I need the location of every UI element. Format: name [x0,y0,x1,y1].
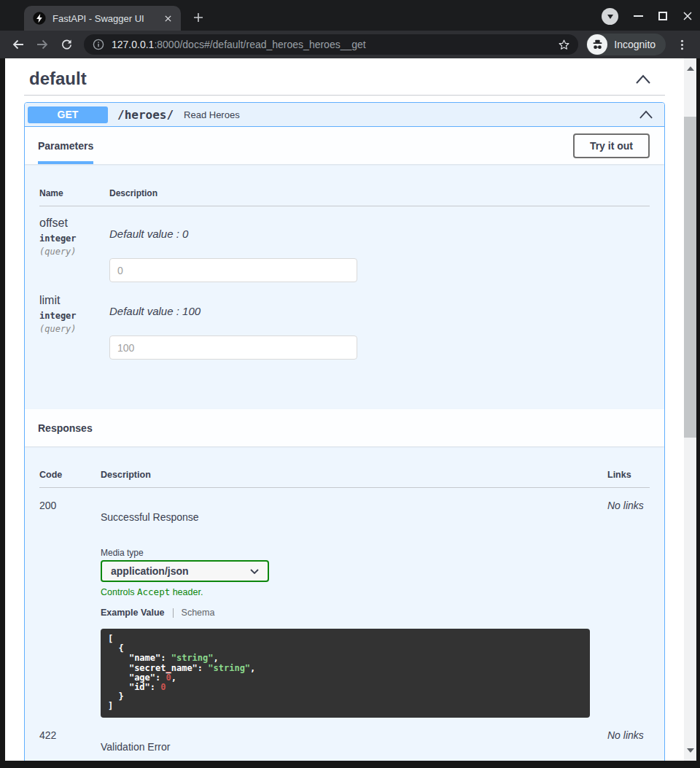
maximize-button[interactable] [658,12,667,20]
response-description: Validation Error [101,741,607,753]
url-host: 127.0.0.1 [112,39,154,50]
chevron-down-icon [250,569,259,574]
responses-table: Code Description Links 200 Successful Re… [25,446,664,761]
browser-toolbar: 127.0.0.1:8000/docs#/default/read_heroes… [0,31,700,58]
column-header-code: Code [39,470,101,480]
http-method-badge: GET [28,106,108,123]
param-type: integer [39,311,109,321]
browser-tab[interactable]: FastAPI - Swagger UI [24,6,181,31]
media-type-value: application/json [111,565,189,577]
example-code: [ { "name": "string", "secret_name": "st… [101,629,590,718]
endpoint-path: /heroes/ [117,108,174,122]
response-links: No links [607,500,650,718]
incognito-label: Incognito [614,39,656,50]
response-code: 200 [39,500,101,718]
param-name: limit [39,293,109,307]
opblock-get-heroes: GET /heroes/ Read Heroes Parameters Try … [24,102,665,761]
accept-header-note: Controls Accept header. [101,586,607,597]
response-row-422: 422 Validation Error No links [39,718,650,753]
tab-title: FastAPI - Swagger UI [52,13,160,24]
scrollbar-thumb[interactable] [684,117,696,438]
param-input-limit[interactable] [109,335,357,360]
tag-title: default [29,69,87,89]
endpoint-collapse-chevron-icon[interactable] [639,110,653,119]
tab-schema[interactable]: Schema [182,608,215,618]
endpoint-description: Read Heroes [184,109,240,120]
minimize-button[interactable] [634,15,643,17]
media-type-label: Media type [101,548,607,558]
response-links: No links [607,729,650,753]
page-scrollbar[interactable] [684,58,696,761]
scrollbar-down-icon[interactable] [687,748,694,756]
column-header-name: Name [39,188,109,198]
tab-example-value[interactable]: Example Value [101,608,165,618]
parameters-header: Parameters Try it out [25,127,664,164]
back-button[interactable] [9,36,27,53]
responses-header: Responses [25,409,664,446]
accept-code: Accept [137,586,170,597]
address-bar[interactable]: 127.0.0.1:8000/docs#/default/read_heroes… [84,34,578,55]
url-path: :8000/docs#/default/read_heroes_heroes__… [154,39,365,50]
param-default-value: Default value : 0 [109,228,650,241]
bookmark-star-icon[interactable] [558,39,570,51]
responses-title: Responses [38,422,93,434]
window-close-button[interactable] [682,11,693,21]
endpoint-summary-row[interactable]: GET /heroes/ Read Heroes [25,103,664,127]
column-header-links: Links [607,470,650,480]
browser-menu-icon[interactable] [673,36,691,53]
parameters-table: Name Description offset integer (query) … [25,164,664,409]
new-tab-button[interactable] [188,7,209,28]
param-default-value: Default value : 100 [109,305,650,318]
param-name: offset [39,216,109,230]
window-menu-button[interactable] [602,8,618,25]
tag-collapse-chevron-icon[interactable] [636,74,650,84]
response-code: 422 [39,729,101,753]
column-header-description: Description [101,470,607,480]
incognito-icon [587,34,607,55]
reload-button[interactable] [58,36,75,53]
try-it-out-button[interactable]: Try it out [573,133,650,158]
browser-tab-strip: FastAPI - Swagger UI [0,0,700,31]
tab-close-icon[interactable] [160,11,175,26]
scrollbar-up-icon[interactable] [687,63,694,71]
tab-separator [173,608,174,618]
param-location: (query) [39,247,109,257]
url-text[interactable]: 127.0.0.1:8000/docs#/default/read_heroes… [112,39,552,50]
param-location: (query) [39,324,109,334]
column-header-description: Description [109,188,650,198]
response-row-200: 200 Successful Response Media type appli… [39,488,650,718]
forward-button[interactable] [34,36,51,53]
param-row-limit: limit integer (query) Default value : 10… [39,284,650,361]
page-content: default GET /heroes/ Read Heroes Paramet… [5,58,684,761]
tab-parameters[interactable]: Parameters [38,127,93,164]
site-info-icon[interactable] [93,39,104,50]
fastapi-favicon-icon [33,12,46,25]
param-type: integer [39,233,109,244]
param-input-offset[interactable] [109,258,357,282]
param-row-offset: offset integer (query) Default value : 0 [39,206,650,284]
response-description: Successful Response [101,511,607,524]
incognito-badge: Incognito [586,34,666,55]
media-type-select[interactable]: application/json [101,560,269,582]
tag-section-header[interactable]: default [24,67,665,96]
